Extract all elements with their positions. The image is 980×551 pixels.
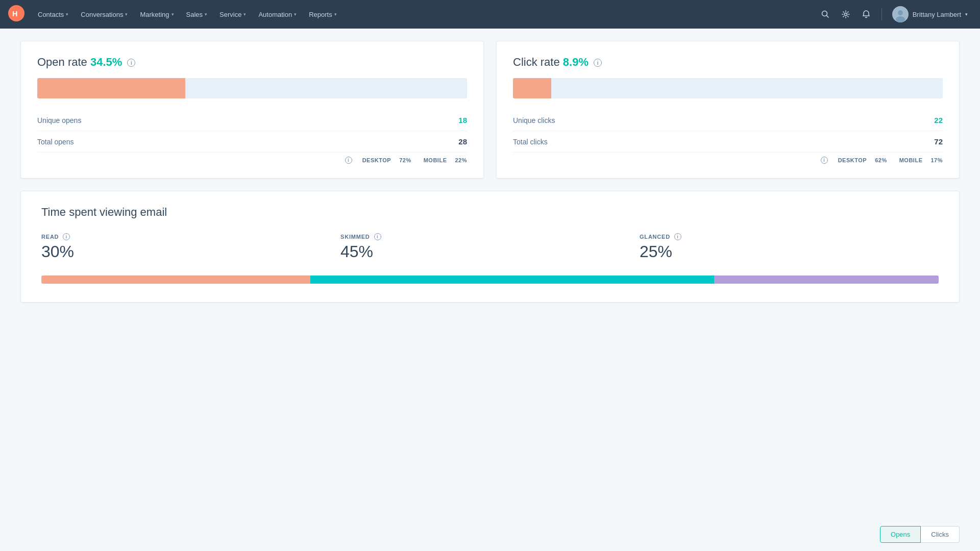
click-rate-device-row: i DESKTOP 62% MOBILE 17%: [513, 157, 943, 164]
nav-marketing[interactable]: Marketing ▾: [135, 7, 179, 22]
open-desktop-pct: 72%: [399, 157, 411, 163]
click-rate-progress-bar: [513, 78, 943, 98]
total-clicks-value: 72: [934, 137, 943, 146]
open-desktop-label: DESKTOP: [362, 157, 391, 163]
total-opens-label: Total opens: [37, 138, 74, 146]
click-device-info-icon[interactable]: i: [821, 157, 828, 164]
time-spent-card: Time spent viewing email READ i 30% SKIM…: [20, 191, 960, 303]
time-metrics-row: READ i 30% SKIMMED i 45% GLANCED i 25%: [41, 233, 939, 261]
username-label: Brittany Lambert: [913, 11, 961, 18]
settings-button[interactable]: [837, 5, 855, 23]
glanced-metric: GLANCED i 25%: [640, 233, 939, 261]
read-metric: READ i 30%: [41, 233, 340, 261]
glanced-bar-segment: [714, 276, 939, 284]
unique-clicks-label: Unique clicks: [513, 116, 555, 124]
unique-clicks-row: Unique clicks 22: [513, 110, 943, 131]
open-mobile-pct: 22%: [455, 157, 467, 163]
click-rate-value: 8.9%: [563, 56, 589, 68]
read-info-icon[interactable]: i: [63, 233, 70, 240]
nav-conversations[interactable]: Conversations ▾: [76, 7, 133, 22]
svg-point-7: [896, 16, 905, 22]
open-rate-device-row: i DESKTOP 72% MOBILE 22%: [37, 157, 467, 164]
nav-automation[interactable]: Automation ▾: [253, 7, 302, 22]
click-mobile-label: MOBILE: [899, 157, 923, 163]
unique-opens-row: Unique opens 18: [37, 110, 467, 131]
skimmed-info-icon[interactable]: i: [374, 233, 381, 240]
open-rate-card: Open rate 34.5% i Unique opens 18 Total …: [20, 41, 484, 179]
chevron-down-icon: ▾: [125, 12, 128, 17]
open-device-info-icon[interactable]: i: [345, 157, 352, 164]
hubspot-brand[interactable]: H: [8, 5, 24, 23]
click-rate-bar-fill: [513, 78, 551, 98]
unique-opens-label: Unique opens: [37, 116, 81, 124]
glanced-value: 25%: [640, 242, 939, 261]
user-chevron-icon: ▾: [965, 12, 968, 17]
chevron-down-icon: ▾: [294, 12, 297, 17]
open-rate-info-icon[interactable]: i: [127, 59, 135, 67]
svg-point-6: [898, 10, 903, 15]
chevron-down-icon: ▾: [243, 12, 246, 17]
nav-reports[interactable]: Reports ▾: [304, 7, 342, 22]
chevron-down-icon: ▾: [66, 12, 68, 17]
total-clicks-label: Total clicks: [513, 138, 548, 146]
nav-divider: [881, 8, 882, 20]
svg-point-4: [844, 13, 847, 16]
glanced-label: GLANCED: [640, 234, 670, 240]
navbar: H Contacts ▾ Conversations ▾ Marketing ▾…: [0, 0, 980, 29]
skimmed-bar-segment: [310, 276, 714, 284]
nav-service[interactable]: Service ▾: [214, 7, 251, 22]
time-spent-title: Time spent viewing email: [41, 206, 939, 219]
click-desktop-label: DESKTOP: [838, 157, 867, 163]
total-opens-value: 28: [458, 137, 467, 146]
skimmed-label: SKIMMED: [340, 234, 370, 240]
skimmed-metric: SKIMMED i 45%: [340, 233, 640, 261]
navbar-actions: Brittany Lambert ▾: [816, 4, 972, 24]
open-mobile-label: MOBILE: [424, 157, 447, 163]
click-rate-card: Click rate 8.9% i Unique clicks 22 Total…: [496, 41, 960, 179]
unique-opens-value: 18: [458, 116, 467, 124]
nav-sales[interactable]: Sales ▾: [181, 7, 213, 22]
chevron-down-icon: ▾: [334, 12, 337, 17]
chevron-down-icon: ▾: [205, 12, 207, 17]
user-menu[interactable]: Brittany Lambert ▾: [888, 4, 972, 24]
click-desktop-pct: 62%: [875, 157, 887, 163]
click-rate-title: Click rate 8.9% i: [513, 56, 943, 69]
total-clicks-row: Total clicks 72: [513, 131, 943, 153]
unique-clicks-value: 22: [934, 116, 943, 124]
click-rate-info-icon[interactable]: i: [594, 59, 602, 67]
open-rate-title: Open rate 34.5% i: [37, 56, 467, 69]
open-rate-value: 34.5%: [90, 56, 122, 68]
glanced-info-icon[interactable]: i: [674, 233, 681, 240]
chevron-down-icon: ▾: [172, 12, 174, 17]
avatar: [892, 6, 909, 22]
time-stacked-bar: [41, 276, 939, 284]
notifications-button[interactable]: [857, 5, 875, 23]
read-bar-segment: [41, 276, 310, 284]
search-button[interactable]: [816, 5, 835, 23]
svg-line-3: [826, 16, 828, 18]
click-mobile-pct: 17%: [930, 157, 943, 163]
read-value: 30%: [41, 242, 340, 261]
read-label: READ: [41, 234, 59, 240]
nav-contacts[interactable]: Contacts ▾: [33, 7, 74, 22]
skimmed-value: 45%: [340, 242, 640, 261]
main-content: Open rate 34.5% i Unique opens 18 Total …: [0, 29, 980, 327]
open-rate-progress-bar: [37, 78, 467, 98]
open-rate-bar-fill: [37, 78, 185, 98]
svg-text:H: H: [12, 10, 17, 18]
metrics-cards-row: Open rate 34.5% i Unique opens 18 Total …: [20, 41, 960, 179]
total-opens-row: Total opens 28: [37, 131, 467, 153]
